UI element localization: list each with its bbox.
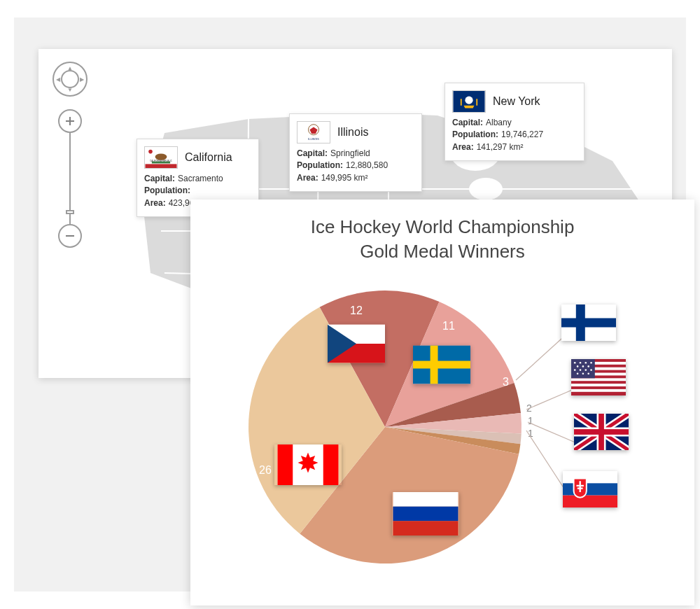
flag-new-york-icon (452, 90, 486, 113)
svg-point-33 (574, 362, 576, 364)
svg-point-45 (582, 373, 584, 375)
zoom-in-button[interactable] (58, 109, 82, 133)
svg-rect-20 (393, 507, 458, 522)
pan-right-icon: ▶ (80, 76, 84, 83)
svg-rect-52 (563, 471, 617, 483)
pan-up-icon: ▲ (67, 65, 73, 71)
slice-label-russia: 27 (455, 592, 468, 604)
minus-icon (65, 231, 75, 241)
svg-rect-30 (571, 384, 626, 386)
flag-illinois-icon: ILLINOIS (297, 121, 330, 144)
slice-label-czech: 12 (350, 304, 363, 317)
zoom-control (58, 109, 82, 248)
chart-panel: Ice Hockey World Championship Gold Medal… (190, 200, 694, 606)
callout-title: Illinois (337, 126, 368, 139)
callout-title: New York (493, 95, 540, 108)
slice-label-finland: 3 (503, 376, 509, 388)
svg-point-36 (590, 362, 592, 364)
svg-point-2 (148, 150, 153, 154)
pan-control[interactable]: ▲ ▼ ◀ ▶ (52, 62, 88, 97)
svg-rect-24 (561, 318, 616, 328)
svg-point-10 (465, 97, 472, 104)
svg-rect-53 (563, 483, 617, 495)
svg-rect-1 (146, 164, 177, 168)
flag-usa-icon (571, 359, 626, 396)
svg-rect-29 (571, 378, 626, 381)
svg-point-35 (585, 362, 587, 364)
svg-rect-51 (574, 429, 629, 435)
svg-point-46 (587, 373, 589, 375)
flag-russia-icon (392, 492, 459, 536)
callout-new-york[interactable]: New York Capital:Albany Population:19,74… (444, 83, 584, 161)
slice-label-sweden: 11 (442, 320, 455, 332)
svg-point-38 (582, 365, 584, 368)
outer-frame: ▲ ▼ ◀ ▶ (14, 18, 686, 592)
flag-sweden-icon (413, 345, 470, 384)
flag-california-icon: CALIFORNIA REPUBLIC (144, 146, 178, 169)
zoom-slider-track[interactable] (69, 133, 71, 224)
slice-label-gb: 1 (528, 415, 533, 426)
svg-rect-19 (393, 492, 458, 507)
plus-icon (65, 116, 75, 126)
svg-rect-17 (278, 444, 293, 485)
svg-text:ILLINOIS: ILLINOIS (308, 138, 319, 141)
flag-finland-icon (561, 304, 616, 341)
svg-rect-54 (563, 496, 617, 507)
flag-czech-republic-icon (328, 324, 385, 363)
svg-rect-18 (323, 444, 339, 485)
svg-rect-21 (393, 521, 458, 536)
chart-title: Ice Hockey World Championship Gold Medal… (190, 215, 694, 264)
pan-left-icon: ◀ (56, 76, 60, 83)
slice-label-slovakia: 1 (528, 428, 533, 439)
flag-slovakia-icon (563, 471, 617, 507)
flag-great-britain-icon (574, 414, 629, 450)
svg-text:CALIFORNIA REPUBLIC: CALIFORNIA REPUBLIC (150, 160, 172, 162)
callout-title: California (185, 151, 232, 164)
slice-label-usa: 2 (526, 402, 532, 414)
callout-illinois[interactable]: ILLINOIS Illinois Capital:Springfield Po… (289, 113, 422, 192)
pan-center-icon: ▲ ▼ ◀ ▶ (61, 70, 79, 88)
svg-point-42 (585, 369, 587, 371)
svg-point-41 (580, 369, 582, 371)
svg-point-40 (574, 369, 576, 371)
pan-down-icon: ▼ (67, 87, 73, 93)
pie-chart[interactable] (245, 287, 525, 567)
slice-label-canada: 26 (259, 464, 272, 477)
svg-point-44 (577, 373, 579, 375)
svg-point-34 (580, 362, 582, 364)
flag-canada-icon (274, 444, 342, 485)
svg-rect-31 (571, 389, 626, 392)
zoom-out-button[interactable] (58, 224, 82, 248)
pie-svg (245, 287, 525, 567)
svg-rect-15 (413, 361, 470, 369)
svg-point-37 (577, 365, 579, 368)
svg-point-43 (590, 369, 592, 371)
svg-point-39 (587, 365, 589, 368)
zoom-slider-handle[interactable] (66, 210, 74, 214)
